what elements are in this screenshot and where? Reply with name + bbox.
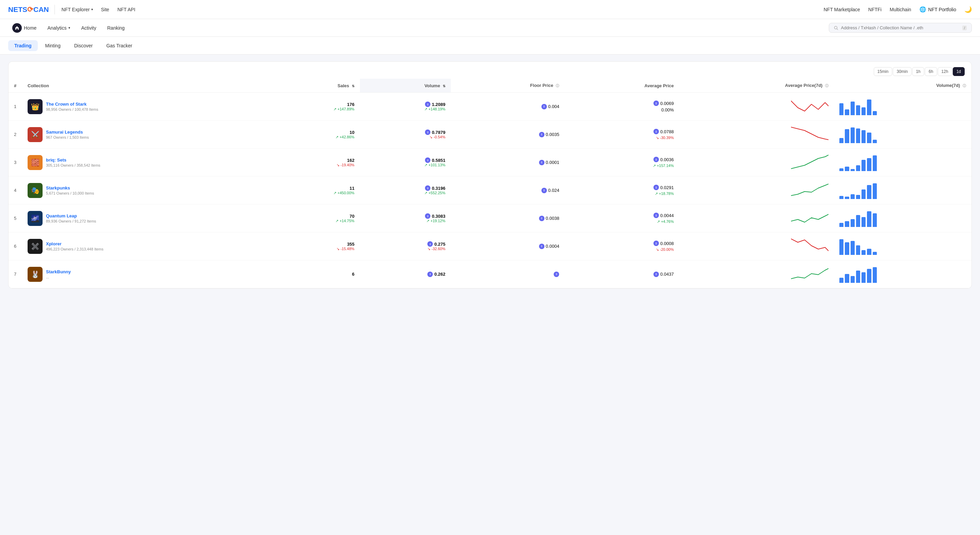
- time-btn-30min[interactable]: 30min: [893, 67, 912, 76]
- nft-portfolio-button[interactable]: 🌐 NFT Portfolio: [920, 6, 956, 13]
- collection-info: Xplorer 496,223 Owners / 2,313,448 Items: [46, 241, 103, 251]
- time-btn-1h[interactable]: 1h: [912, 67, 924, 76]
- rank-cell: 7: [8, 260, 22, 288]
- nav-activity[interactable]: Activity: [77, 23, 100, 33]
- bar-item: [867, 185, 871, 199]
- avg-price-value: Ξ 0.0008 ↘ -20.00%: [570, 241, 673, 252]
- collection-name[interactable]: The Crown of Stark: [46, 102, 98, 107]
- collection-name[interactable]: Quantum Leap: [46, 213, 96, 219]
- avg-price-cell: Ξ 0.0069 0.00%: [565, 93, 679, 121]
- search-input[interactable]: [841, 25, 959, 30]
- bar-item: [873, 111, 877, 115]
- nav-nft-api[interactable]: NFT API: [118, 7, 135, 12]
- eth-icon: Ξ: [554, 271, 559, 277]
- search-bar: /: [829, 23, 972, 33]
- eth-icon: Ξ: [425, 129, 430, 135]
- nav-multichain[interactable]: Multichain: [890, 7, 911, 12]
- collection-meta: 496,223 Owners / 2,313,448 Items: [46, 247, 103, 251]
- collection-name[interactable]: StarkBunny: [46, 269, 71, 274]
- collection-info: StarkBunny ...: [46, 269, 71, 279]
- volume-change: ↗ +101.13%: [365, 163, 445, 167]
- nav-site[interactable]: Site: [101, 7, 109, 12]
- collection-name[interactable]: Starkpunks: [46, 185, 94, 190]
- bar-item: [867, 158, 871, 171]
- floor-price-value: Ξ 0.0035: [456, 132, 559, 137]
- bar-item: [856, 165, 860, 171]
- collection-name[interactable]: Xplorer: [46, 241, 103, 246]
- collection-cell[interactable]: ⚔️ Samurai Legends 967 Owners / 1,503 It…: [22, 121, 269, 149]
- eth-icon: Ξ: [425, 157, 430, 163]
- col-avg-price: Average Price: [565, 79, 679, 93]
- time-btn-15min[interactable]: 15min: [874, 67, 892, 76]
- table-row: 2 ⚔️ Samurai Legends 967 Owners / 1,503 …: [8, 121, 972, 149]
- tab-discover[interactable]: Discover: [68, 40, 99, 51]
- bar-item: [851, 219, 855, 227]
- bar-item: [873, 140, 877, 143]
- rank-cell: 3: [8, 149, 22, 177]
- info-avg7d-icon[interactable]: ⓘ: [825, 83, 829, 88]
- tab-gas-tracker[interactable]: Gas Tracker: [100, 40, 138, 51]
- avg-price-value: Ξ 0.0437: [570, 271, 673, 277]
- floor-price-value: Ξ 0.024: [456, 188, 559, 193]
- nav-nft-marketplace[interactable]: NFT Marketplace: [824, 7, 860, 12]
- bar-item: [839, 196, 843, 199]
- collection-cell[interactable]: 🌌 Quantum Leap 89,936 Owners / 91,272 It…: [22, 204, 269, 232]
- nav-ranking[interactable]: Ranking: [103, 23, 129, 33]
- table-row: 1 👑 The Crown of Stark 98,956 Owners / 1…: [8, 93, 972, 121]
- bar-item: [851, 169, 855, 171]
- bar-item: [845, 109, 849, 115]
- collection-cell[interactable]: ✖️ Xplorer 496,223 Owners / 2,313,448 It…: [22, 232, 269, 260]
- sales-change: ↗ +14.75%: [274, 219, 355, 223]
- sales-value: 355: [274, 241, 355, 247]
- theme-toggle-button[interactable]: 🌙: [964, 6, 972, 13]
- info-vol7d-icon[interactable]: ⓘ: [963, 83, 966, 88]
- time-btn-6h[interactable]: 6h: [925, 67, 937, 76]
- sort-volume-icon: ⇅: [443, 84, 445, 88]
- sales-cell: 176 ↗ +147.89%: [269, 93, 360, 121]
- col-collection: Collection: [22, 79, 269, 93]
- bar-item: [839, 138, 843, 143]
- nav-analytics[interactable]: Analytics ▾: [43, 23, 74, 33]
- logo-divider: [54, 5, 55, 14]
- avg-price-value: Ξ 0.0788 ↘ -30.39%: [570, 129, 673, 140]
- logo[interactable]: NETS⟳CAN: [8, 5, 49, 14]
- nav-nft-explorer[interactable]: NFT Explorer ▾: [62, 7, 93, 12]
- collection-cell[interactable]: 👑 The Crown of Stark 98,956 Owners / 100…: [22, 93, 269, 121]
- col-volume-7d: Volume(7d) ⓘ: [834, 79, 972, 93]
- volume-7d-cell: [834, 204, 972, 232]
- sales-cell: 162 ↘ -19.40%: [269, 149, 360, 177]
- col-sales[interactable]: Sales ⇅: [269, 79, 360, 93]
- sales-value: 176: [274, 102, 355, 107]
- search-slash: /: [962, 26, 967, 30]
- bar-item: [845, 129, 849, 143]
- nft-table: # Collection Sales ⇅ Volume ⇅ Floor Pric…: [8, 79, 972, 288]
- bar-item: [839, 168, 843, 171]
- tab-minting[interactable]: Minting: [39, 40, 67, 51]
- collection-thumb: ⚔️: [28, 127, 43, 142]
- collection-name[interactable]: Samurai Legends: [46, 129, 89, 134]
- tab-trading[interactable]: Trading: [8, 40, 38, 51]
- avg-price-value: Ξ 0.0036 ↗ +157.14%: [570, 157, 673, 168]
- floor-price-value: Ξ: [456, 271, 559, 277]
- col-volume[interactable]: Volume ⇅: [360, 79, 451, 93]
- nav-nftfi[interactable]: NFTFi: [868, 7, 881, 12]
- collection-name[interactable]: briq: Sets: [46, 157, 100, 163]
- sales-change: ↘ -15.48%: [274, 247, 355, 251]
- collection-cell[interactable]: 🐰 StarkBunny ...: [22, 260, 269, 288]
- eth-icon: Ξ: [654, 185, 659, 190]
- time-btn-1d[interactable]: 1d: [953, 67, 965, 76]
- collection-cell[interactable]: 🧱 briq: Sets 305,116 Owners / 358,542 It…: [22, 149, 269, 177]
- sales-cell: 11 ↗ +450.00%: [269, 177, 360, 204]
- bar-item: [856, 105, 860, 115]
- bar-item: [856, 128, 860, 143]
- time-btn-12h[interactable]: 12h: [938, 67, 952, 76]
- nav-home[interactable]: Home: [8, 21, 41, 35]
- collection-cell[interactable]: 🎭 Starkpunks 5,671 Owners / 10,000 Items: [22, 177, 269, 204]
- table-row: 6 ✖️ Xplorer 496,223 Owners / 2,313,448 …: [8, 232, 972, 260]
- bar-item: [867, 133, 871, 143]
- info-floor-price-icon[interactable]: ⓘ: [556, 83, 559, 88]
- collection-info: Samurai Legends 967 Owners / 1,503 Items: [46, 129, 89, 139]
- bar-item: [873, 267, 877, 283]
- volume-bar-chart: [839, 266, 877, 283]
- top-nav-right: NFT Marketplace NFTFi Multichain 🌐 NFT P…: [824, 6, 972, 13]
